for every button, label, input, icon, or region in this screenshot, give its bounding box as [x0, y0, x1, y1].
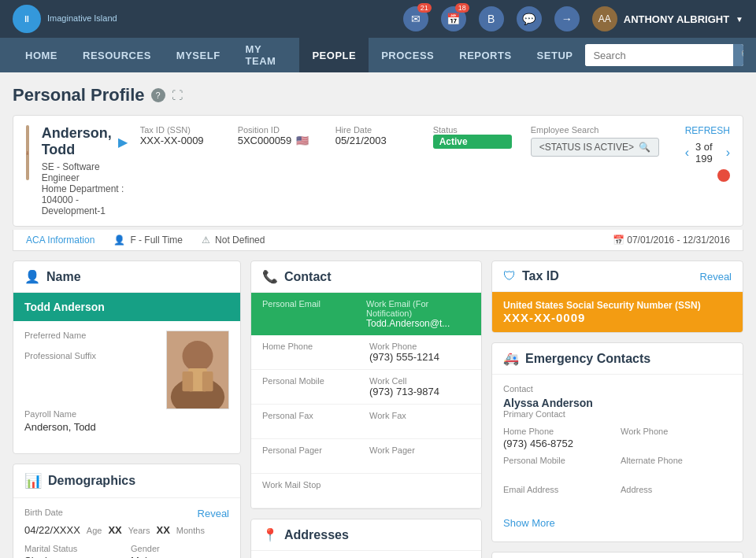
work-email-field: Work Email (For Notification) Todd.Ander… — [366, 299, 470, 329]
nav-resources[interactable]: RESOURCES — [70, 38, 164, 72]
contact-section-title: Contact — [284, 270, 332, 284]
calendar-icon: 📅 — [613, 235, 624, 246]
nav-home[interactable]: HOME — [13, 38, 70, 72]
user-icon: B — [479, 6, 504, 31]
chat-icon: 💬 — [517, 6, 542, 31]
person-icon: 👤 — [24, 269, 40, 284]
contact-label: Contact — [503, 384, 732, 394]
svg-point-4 — [183, 341, 213, 371]
demo-grid: Marital Status Single Gender Male Marita… — [24, 544, 229, 558]
prev-page-button[interactable]: ‹ — [685, 146, 689, 160]
search-box[interactable]: 🔍 — [585, 44, 743, 66]
calendar-badge: 18 — [455, 3, 469, 13]
payroll-name-row: Payroll Name Anderson, Todd — [24, 409, 229, 433]
calendar-button[interactable]: 📅 18 — [441, 6, 466, 31]
years-label: Years — [128, 526, 150, 535]
tax-id-field: Tax ID (SSN) XXX-XX-0009 — [140, 125, 219, 146]
profile-image — [166, 331, 229, 409]
mail-button[interactable]: ✉ 21 — [403, 6, 428, 31]
logout-button[interactable]: → — [554, 6, 580, 31]
age-label: Age — [87, 526, 102, 535]
next-page-button[interactable]: › — [726, 146, 730, 160]
personal-mobile-field: Personal Mobile — [262, 376, 363, 397]
flag-icon: 🇺🇸 — [296, 135, 309, 146]
employee-full-name: Todd Anderson — [13, 293, 240, 321]
ssn-label: United States Social Security Number (SS… — [503, 300, 732, 311]
search-filter-text: <STATUS IS ACTIVE> — [539, 142, 634, 153]
gender-field: Gender Male — [131, 544, 229, 558]
nav-my-team[interactable]: MY TEAM — [233, 38, 300, 72]
user-menu[interactable]: AA ANTHONY ALBRIGHT ▼ — [592, 6, 743, 31]
refresh-button[interactable]: REFRESH — [685, 125, 730, 136]
phone-row-1: Home Phone Work Phone (973) 555-1214 — [251, 335, 481, 370]
nav-setup[interactable]: SETUP — [524, 38, 586, 72]
hire-date-field: Hire Date 05/21/2003 — [335, 125, 414, 146]
emerg-address-field: Address — [621, 485, 732, 508]
personal-fax-field: Personal Fax — [262, 411, 363, 432]
taxid-reveal-button[interactable]: Reveal — [700, 271, 732, 283]
right-column: 🛡 Tax ID Reveal United States Social Sec… — [491, 261, 743, 558]
emergency-contact-name: Alyssa Anderson — [503, 397, 732, 409]
pagination-section: REFRESH ‹ 3 of 199 › — [685, 125, 730, 182]
page-title: Personal Profile — [13, 85, 145, 105]
user-type-icon: 👤 — [113, 235, 125, 246]
emergency-content: Contact Alyssa Anderson Primary Contact … — [492, 375, 743, 541]
emerg-home-phone-field: Home Phone (973) 456-8752 — [503, 427, 614, 449]
emergency-show-more[interactable]: Show More — [503, 514, 732, 532]
main-navigation: HOME RESOURCES MYSELF MY TEAM PEOPLE PRO… — [0, 38, 756, 72]
emerg-alternate-phone-field: Alternate Phone — [621, 456, 732, 479]
search-input[interactable] — [585, 45, 733, 66]
birth-date-value: 04/22/XXXX — [24, 524, 80, 536]
search-button[interactable]: 🔍 — [733, 44, 743, 66]
birth-date-label: Birth Date — [24, 508, 63, 517]
expand-icon[interactable]: ⛶ — [172, 89, 183, 102]
home-phone-field: Home Phone — [262, 342, 363, 363]
mail-badge: 21 — [417, 3, 432, 13]
taxid-header: 🛡 Tax ID Reveal — [492, 261, 743, 292]
chat-button[interactable]: 💬 — [517, 6, 542, 31]
addresses-header: 📍 Addresses — [251, 519, 481, 551]
nav-reports[interactable]: REPORTS — [447, 38, 524, 72]
chart-icon: 📊 — [24, 472, 42, 490]
status-field: Status Active — [433, 125, 512, 149]
aca-info-link[interactable]: ACA Information — [26, 235, 94, 246]
demographics-header: 📊 Demographics — [13, 464, 240, 498]
emergency-contact-type: Primary Contact — [503, 409, 732, 419]
position-id-value: 5XC000059 — [238, 135, 292, 146]
definition-icon: ⚠ — [202, 235, 210, 246]
employee-search-button[interactable]: <STATUS IS ACTIVE> 🔍 — [531, 138, 659, 157]
page-title-row: Personal Profile ? ⛶ — [13, 85, 743, 105]
work-phone-field: Work Phone (973) 555-1214 — [369, 342, 470, 363]
contact-card-header: 📞 Contact — [251, 261, 481, 293]
main-columns: 👤 Name Todd Anderson — [13, 261, 743, 558]
aca-bar: ACA Information 👤 F - Full Time ⚠ Not De… — [13, 230, 743, 251]
demographics-card: 📊 Demographics Birth Date Reveal 04/22/X… — [13, 464, 241, 558]
status-indicator — [717, 169, 730, 182]
birth-date-reveal-button[interactable]: Reveal — [198, 508, 229, 519]
logo-icon: II — [13, 5, 41, 33]
ambulance-icon: 🚑 — [503, 351, 519, 366]
status-badge: Active — [433, 135, 512, 149]
avatar: AA — [592, 6, 617, 31]
profile-navigate-icon[interactable]: ▶ — [118, 135, 128, 150]
payroll-name-value: Anderson, Todd — [24, 421, 229, 433]
emerg-email-field: Email Address — [503, 485, 614, 508]
aca-type: 👤 F - Full Time — [113, 235, 183, 246]
work-cell-field: Work Cell (973) 713-9874 — [369, 376, 470, 397]
page-content: Personal Profile ? ⛶ Anderson, Todd ▶ SE… — [0, 72, 756, 558]
profile-header: Anderson, Todd ▶ SE - Software Engineer … — [13, 115, 743, 227]
user-button[interactable]: B — [479, 6, 504, 31]
help-icon[interactable]: ? — [151, 88, 165, 102]
demo-fields: Birth Date Reveal 04/22/XXXX Age XX Year… — [13, 498, 240, 558]
svg-point-2 — [26, 153, 28, 154]
shield-icon: 🛡 — [503, 269, 516, 283]
aca-defined: ⚠ Not Defined — [202, 235, 265, 246]
employee-title: SE - Software Engineer — [42, 161, 128, 183]
custom-fields-header: ✏ Custom Fields — [492, 552, 743, 558]
nav-process[interactable]: PROCESS — [369, 38, 447, 72]
nav-myself[interactable]: MYSELF — [164, 38, 233, 72]
age-years-value: XX — [108, 524, 121, 536]
name-card-header: 👤 Name — [13, 261, 240, 293]
contact-card: 📞 Contact Personal Email Work Email (For… — [250, 261, 482, 509]
nav-people[interactable]: PEOPLE — [299, 38, 369, 72]
